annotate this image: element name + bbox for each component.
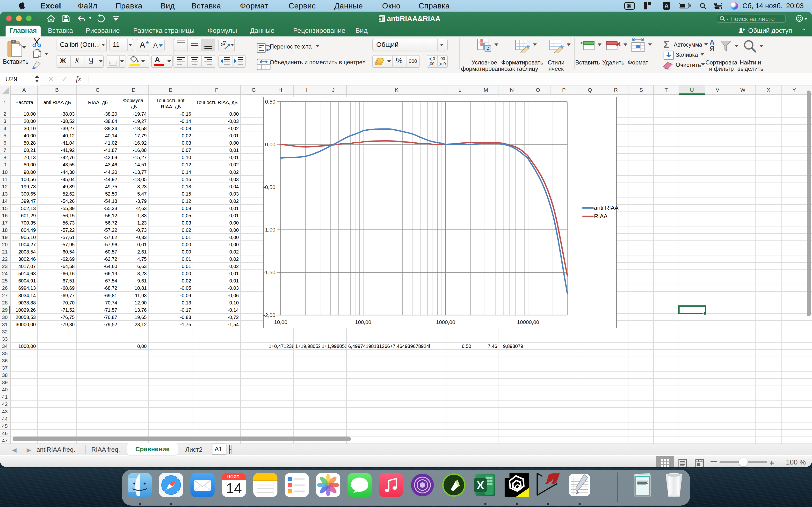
svg-text:-0,50: -0,50 [263, 184, 275, 190]
svg-text:-2,00: -2,00 [263, 312, 275, 318]
svg-text:-1,50: -1,50 [263, 270, 275, 276]
svg-text:14: 14 [226, 480, 242, 496]
svg-text:X: X [476, 479, 484, 492]
svg-text:anti RIAA: anti RIAA [594, 205, 618, 211]
svg-text:НОЯБ.: НОЯБ. [227, 474, 241, 479]
svg-text:-1,00: -1,00 [263, 227, 275, 233]
svg-text:0,50: 0,50 [265, 99, 275, 105]
svg-text:x: x [379, 17, 381, 20]
svg-text:1000,00: 1000,00 [436, 319, 455, 325]
svg-text:10000,00: 10000,00 [517, 319, 539, 325]
svg-text:RIAA: RIAA [594, 213, 608, 219]
svg-text:100,00: 100,00 [355, 319, 371, 325]
svg-text:0,00: 0,00 [265, 142, 275, 148]
svg-text:10,00: 10,00 [274, 319, 287, 325]
svg-text:≠: ≠ [487, 46, 489, 52]
